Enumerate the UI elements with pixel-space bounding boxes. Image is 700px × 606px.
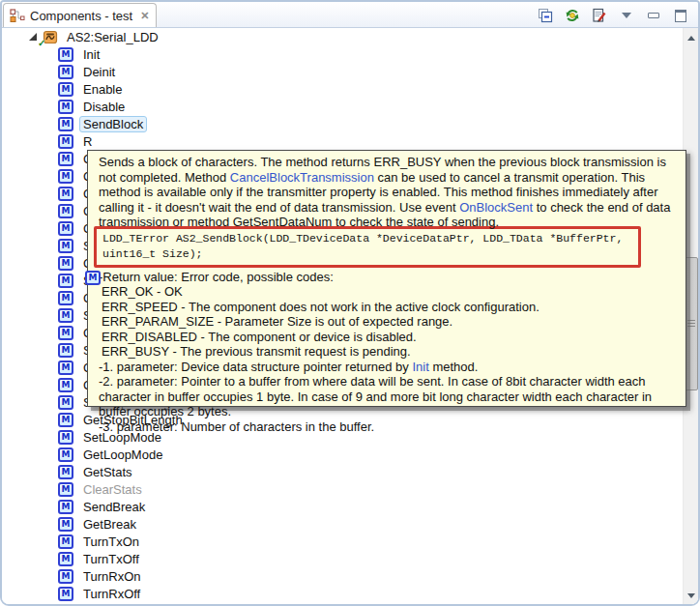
method-icon: M (58, 500, 73, 514)
method-icon: M (58, 430, 73, 445)
scroll-down-button[interactable] (684, 588, 698, 603)
method-label[interactable]: SendBreak (79, 499, 149, 515)
method-icon: M (58, 482, 73, 497)
tree-method-row[interactable]: M GetStats (2, 463, 698, 480)
scroll-up-button[interactable] (684, 30, 698, 45)
tree-method-row[interactable]: M GetBreak (2, 515, 698, 533)
method-label[interactable]: GetStats (79, 464, 136, 480)
expander-icon[interactable] (28, 32, 38, 42)
view-toolbar (538, 8, 698, 27)
method-icon: M (58, 82, 73, 97)
tree-method-row[interactable]: M Enable (2, 80, 698, 98)
method-icon: M (58, 152, 73, 166)
method-icon: M (58, 361, 73, 375)
param-3: -3. parameter: Number of characters in t… (97, 419, 678, 435)
tree-root-row[interactable]: ✓ AS2:Serial_LDD (2, 28, 698, 45)
method-icon: M (58, 447, 73, 462)
param-2: -2. parameter: Pointer to a buffer from … (97, 374, 678, 419)
method-icon: M (58, 587, 73, 601)
method-label[interactable]: Disable (79, 99, 129, 115)
method-icon: M (58, 569, 73, 584)
error-code-item: ERR_SPEED - The component does not work … (97, 300, 678, 315)
method-label[interactable]: Enable (79, 81, 126, 98)
method-icon: M (58, 326, 73, 340)
error-code-item: ERR_DISABLED - The component or device i… (97, 330, 678, 345)
method-icon-overlay: M (85, 271, 101, 285)
method-icon: M (58, 256, 73, 271)
tab-title: Components - test (30, 9, 132, 23)
method-label[interactable]: SendBlock (79, 116, 147, 132)
signature-line-2: uint16_t Size); (102, 246, 632, 263)
tree-method-row[interactable]: M Disable (2, 98, 698, 115)
method-icon: M (58, 534, 73, 549)
components-tree: ✓ AS2:Serial_LDD M Init M Deinit M Enabl (2, 28, 698, 605)
tree-method-row[interactable]: M TurnRxOn (2, 567, 698, 585)
return-value-label: -Return value: Error code, possible code… (97, 270, 678, 285)
method-icon: M (58, 413, 73, 427)
tree-method-row[interactable]: M Deinit (2, 63, 698, 80)
method-doc-tooltip: Sends a block of characters. The method … (87, 150, 686, 407)
method-icon: M (58, 65, 73, 79)
method-icon: M (58, 274, 73, 288)
tree-method-row[interactable]: M GetLoopMode (2, 446, 698, 463)
tree-method-row[interactable]: M SendBreak (2, 498, 698, 515)
tree-method-row[interactable]: M R (2, 132, 698, 150)
minimize-view-icon[interactable] (646, 8, 661, 23)
method-label[interactable]: GetLoopMode (79, 447, 166, 463)
method-label[interactable]: ClearStats (79, 481, 146, 498)
link-cancelblocktransmission[interactable]: CancelBlockTransmission (230, 170, 374, 185)
tab-close-icon[interactable]: ✕ (140, 10, 149, 22)
serial-component-icon: ✓ (43, 29, 58, 44)
tree-method-row[interactable]: M SendBlock (2, 115, 698, 132)
regenerate-code-icon[interactable] (565, 8, 580, 23)
signature-line-1: LDD_TError AS2_SendBlock(LDD_TDeviceData… (102, 231, 632, 247)
link-onblocksent[interactable]: OnBlockSent (459, 200, 533, 215)
tree-method-row[interactable]: M TurnTxOff (2, 550, 698, 567)
tab-components-test[interactable]: Components - test ✕ (3, 3, 157, 27)
method-label[interactable]: R (79, 133, 96, 150)
method-icon: M (58, 134, 73, 149)
method-signature-highlight: LDD_TError AS2_SendBlock(LDD_TDeviceData… (94, 226, 641, 268)
method-icon: M (58, 343, 73, 358)
method-icon: M (58, 378, 73, 392)
method-icon: M (58, 517, 73, 532)
error-code-item: ERR_OK - OK (97, 284, 678, 300)
method-icon: M (58, 117, 73, 131)
method-icon: M (58, 221, 73, 236)
method-label[interactable]: Init (79, 46, 103, 63)
method-icon: M (58, 187, 73, 201)
tree-method-row[interactable]: M ClearStats (2, 480, 698, 498)
edit-document-icon[interactable] (592, 8, 607, 23)
component-label[interactable]: AS2:Serial_LDD (63, 29, 162, 45)
method-label[interactable]: TurnTxOn (79, 534, 143, 550)
method-icon: M (58, 308, 73, 323)
tree-method-row[interactable]: M TurnTxOn (2, 533, 698, 550)
view-tab-bar: Components - test ✕ (2, 2, 698, 28)
method-icon: M (58, 100, 73, 114)
method-label[interactable]: Deinit (79, 64, 119, 80)
method-icon: M (58, 239, 73, 253)
scrollbar-thumb[interactable] (685, 257, 698, 390)
error-code-item: ERR_BUSY - The previous transmit request… (97, 344, 678, 360)
components-view-icon (10, 8, 25, 23)
error-code-item: ERR_PARAM_SIZE - Parameter Size is out o… (97, 314, 678, 330)
method-label[interactable]: TurnTxOff (79, 551, 143, 567)
method-icon: M (58, 47, 73, 62)
window-minus-icon[interactable] (538, 8, 553, 23)
link-init[interactable]: Init (412, 360, 428, 374)
method-icon: M (58, 291, 73, 305)
method-icon: M (58, 204, 73, 218)
maximize-view-icon[interactable] (673, 8, 688, 23)
tree-method-row[interactable]: M TurnRxOff (2, 585, 698, 602)
method-icon: M (58, 169, 73, 184)
method-icon: M (58, 465, 73, 479)
method-label[interactable]: TurnRxOn (79, 568, 144, 585)
components-view-window: Components - test ✕ (0, 0, 700, 606)
method-label[interactable]: TurnRxOff (79, 586, 144, 602)
method-label[interactable]: GetBreak (79, 516, 140, 533)
tree-method-row[interactable]: M Init (2, 45, 698, 63)
view-menu-icon[interactable] (619, 8, 634, 23)
method-icon: M (58, 552, 73, 566)
error-code-list: ERR_OK - OKERR_SPEED - The component doe… (97, 284, 678, 360)
param-1: -1. parameter: Device data structure poi… (97, 360, 678, 375)
